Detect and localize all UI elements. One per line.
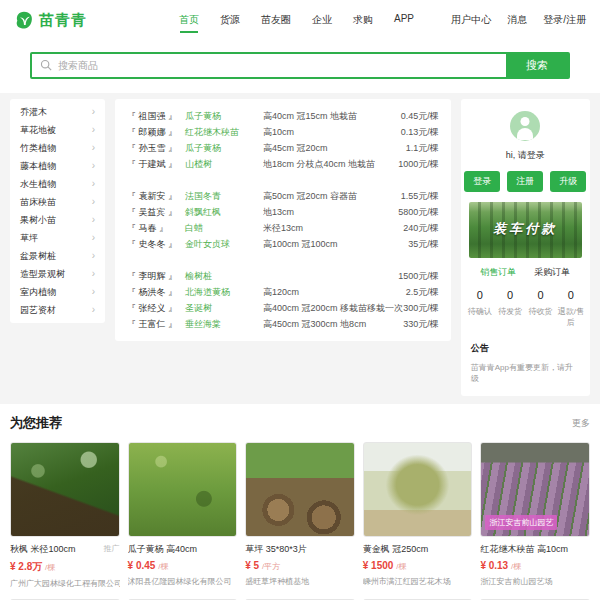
photo-watermark: 浙江安吉前山园艺 [485, 515, 557, 530]
sidebar-item-shaped-trees[interactable]: 造型景观树› [10, 265, 105, 283]
main-content: 乔灌木› 草花地被› 竹类植物› 藤本植物› 水生植物› 苗床秧苗› 果树小苗›… [0, 93, 600, 396]
user-panel: hi, 请登录 登录 注册 升级 装车付款 销售订单 采购订单 0 待确认 0 … [461, 99, 590, 396]
stat-pending-ship[interactable]: 0 待发货 [495, 289, 525, 328]
sidebar-item-aquatic[interactable]: 水生植物› [10, 175, 105, 193]
listing-row[interactable]: 『 史冬冬 』金叶女贞球高100cm 冠100cm35元/棵 [127, 236, 439, 252]
product-card[interactable]: 黄金枫 冠250cm ¥ 1500 /棵 嵊州市满江红园艺花木场 [363, 442, 473, 589]
banner-slogan: 装车付款 [469, 220, 582, 238]
nav-app[interactable]: APP [394, 7, 414, 33]
chevron-right-icon: › [92, 143, 95, 153]
sidebar-item-bamboo[interactable]: 竹类植物› [10, 139, 105, 157]
chevron-right-icon: › [92, 269, 95, 279]
product-card[interactable]: 瓜子黄杨 高40cm ¥ 0.45 /棵 沭阳县亿隆园林绿化有限公司 [128, 442, 238, 589]
chevron-right-icon: › [92, 197, 95, 207]
product-photo [10, 442, 120, 537]
chevron-right-icon: › [92, 233, 95, 243]
product-price: ¥ 2.8万 /棵 [10, 560, 120, 574]
product-seller[interactable]: 嵊州市满江红园艺花木场 [363, 576, 473, 587]
sidebar-item-seedbed[interactable]: 苗床秧苗› [10, 193, 105, 211]
sidebar-item-indoor[interactable]: 室内植物› [10, 283, 105, 301]
chevron-right-icon: › [92, 215, 95, 225]
announcement-title: 公告 [471, 342, 580, 355]
nav-home[interactable]: 首页 [179, 7, 199, 33]
listing-row[interactable]: 『 马春 』白蜡米径13cm240元/棵 [127, 220, 439, 236]
nav-supply[interactable]: 货源 [220, 7, 240, 33]
chevron-right-icon: › [92, 161, 95, 171]
nav-messages[interactable]: 消息 [507, 7, 527, 33]
nav-community[interactable]: 苗友圈 [261, 7, 291, 33]
category-sidebar: 乔灌木› 草花地被› 竹类植物› 藤本植物› 水生植物› 苗床秧苗› 果树小苗›… [10, 99, 105, 323]
product-card[interactable]: 浙江安吉前山园艺 红花继木秧苗 高10cm ¥ 0.13 /棵 浙江安吉前山园艺… [480, 442, 590, 589]
tab-purchase-orders[interactable]: 采购订单 [534, 266, 570, 279]
promo-banner[interactable]: 装车付款 [469, 202, 582, 258]
top-header: 苗青青 首页 货源 苗友圈 企业 求购 APP 用户中心 消息 登录/注册 [0, 0, 600, 40]
nav-enterprise[interactable]: 企业 [312, 7, 332, 33]
listing-row[interactable]: 『 李明辉 』榆树桩1500元/棵 [127, 268, 439, 284]
product-seller[interactable]: 浙江安吉前山园艺场 [480, 576, 590, 587]
avatar[interactable] [510, 111, 540, 141]
sidebar-item-garden-materials[interactable]: 园艺资材› [10, 301, 105, 319]
product-photo [128, 442, 238, 537]
listing-row[interactable]: 『 于建斌 』山楂树地18cm 分枝点40cm 地栽苗1000元/棵 [127, 156, 439, 172]
stat-pending-receive[interactable]: 0 待收货 [525, 289, 555, 328]
main-nav: 首页 货源 苗友圈 企业 求购 APP [179, 7, 414, 33]
product-price: ¥ 0.13 /棵 [480, 560, 590, 572]
search-section: 搜索 [0, 40, 600, 93]
sidebar-item-bonsai[interactable]: 盆景树桩› [10, 247, 105, 265]
listing-row[interactable]: 『 孙玉雪 』瓜子黄杨高45cm 冠20cm1.1元/棵 [127, 140, 439, 156]
sidebar-item-vines[interactable]: 藤本植物› [10, 157, 105, 175]
chevron-right-icon: › [92, 107, 95, 117]
product-seller[interactable]: 沭阳县亿隆园林绿化有限公司 [128, 576, 238, 587]
nav-login-register[interactable]: 登录/注册 [543, 7, 586, 33]
search-input[interactable] [32, 54, 506, 77]
more-link[interactable]: 更多 [572, 417, 590, 430]
listing-row[interactable]: 『 杨洪冬 』北海道黄杨高120cm2.5元/棵 [127, 284, 439, 300]
product-seller[interactable]: 盛旺草坪种植基地 [245, 576, 355, 587]
upgrade-button[interactable]: 升级 [550, 171, 586, 192]
tab-sales-orders[interactable]: 销售订单 [480, 266, 516, 279]
recommend-section: 为您推荐 更多 秋枫 米径100cm推广 ¥ 2.8万 /棵 广州广大园林绿化工… [0, 404, 600, 600]
product-photo [363, 442, 473, 537]
sidebar-item-trees-shrubs[interactable]: 乔灌木› [10, 103, 105, 121]
nav-buying[interactable]: 求购 [353, 7, 373, 33]
chevron-right-icon: › [92, 305, 95, 315]
product-card[interactable]: 草坪 35*80*3片 ¥ 5 /平方 盛旺草坪种植基地 [245, 442, 355, 589]
announcement-text[interactable]: 苗青青App有重要更新，请升级 [471, 362, 580, 384]
chevron-right-icon: › [92, 287, 95, 297]
product-price: ¥ 0.45 /棵 [128, 560, 238, 572]
product-card[interactable]: 秋枫 米径100cm推广 ¥ 2.8万 /棵 广州广大园林绿化工程有限公司 [10, 442, 120, 589]
chevron-right-icon: › [92, 251, 95, 261]
listing-row[interactable]: 『 郎颖娜 』红花继木秧苗高10cm0.13元/棵 [127, 124, 439, 140]
chevron-right-icon: › [92, 125, 95, 135]
listing-row[interactable]: 『 袁新安 』法国冬青高50cm 冠20cm 容器苗1.55元/棵 [127, 188, 439, 204]
supply-listing: 『 祖国强 』瓜子黄杨高40cm 冠15cm 地栽苗0.45元/棵 『 郎颖娜 … [115, 99, 451, 341]
login-greeting: hi, 请登录 [461, 149, 590, 162]
sprout-logo-icon [14, 10, 34, 30]
promoted-tag: 推广 [104, 543, 120, 556]
sidebar-item-lawn[interactable]: 草坪› [10, 229, 105, 247]
stat-pending-confirm[interactable]: 0 待确认 [465, 289, 495, 328]
search-icon [40, 59, 52, 71]
logo-text: 苗青青 [39, 11, 87, 30]
product-photo [245, 442, 355, 537]
announcement: 公告 苗青青App有重要更新，请升级 [461, 328, 590, 384]
sidebar-item-groundcover[interactable]: 草花地被› [10, 121, 105, 139]
product-price: ¥ 1500 /棵 [363, 560, 473, 572]
register-button[interactable]: 注册 [507, 171, 543, 192]
listing-row[interactable]: 『 张经义 』圣诞树高400cm 冠200cm 移栽苗移栽一次300元/棵 [127, 300, 439, 316]
nav-user-center[interactable]: 用户中心 [451, 7, 491, 33]
stat-refund-aftersale[interactable]: 0 退款/售后 [556, 289, 586, 328]
site-logo[interactable]: 苗青青 [14, 10, 87, 30]
chevron-right-icon: › [92, 179, 95, 189]
user-nav: 用户中心 消息 登录/注册 [451, 7, 586, 33]
listing-row[interactable]: 『 祖国强 』瓜子黄杨高40cm 冠15cm 地栽苗0.45元/棵 [127, 108, 439, 124]
listing-row[interactable]: 『 王富仁 』垂丝海棠高450cm 冠300cm 地8cm330元/棵 [127, 316, 439, 332]
search-button[interactable]: 搜索 [506, 54, 568, 77]
product-price: ¥ 5 /平方 [245, 560, 355, 572]
sidebar-item-fruit-seedlings[interactable]: 果树小苗› [10, 211, 105, 229]
recommend-title: 为您推荐 [10, 414, 62, 432]
product-seller[interactable]: 广州广大园林绿化工程有限公司 [10, 578, 120, 589]
listing-row[interactable]: 『 吴益宾 』斜飘红枫地13cm5800元/棵 [127, 204, 439, 220]
product-photo: 浙江安吉前山园艺 [480, 442, 590, 537]
login-button[interactable]: 登录 [464, 171, 500, 192]
